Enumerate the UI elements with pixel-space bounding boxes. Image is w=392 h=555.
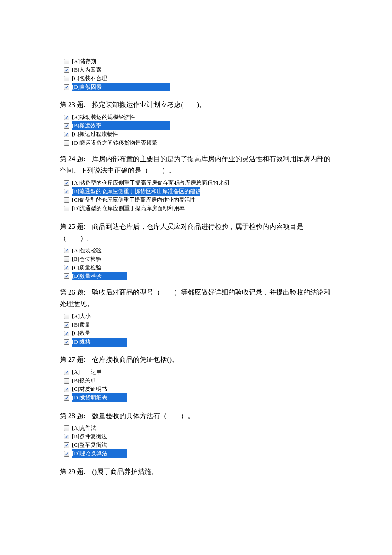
q24-option-c[interactable]: [C]储备型的仓库应侧重于提高库房内作业的灵活性 bbox=[64, 196, 332, 205]
q27-options: [A] 运单 [B]报关单 [C]材质证明书 [D]发货明细表 bbox=[64, 368, 332, 402]
checkbox-icon[interactable] bbox=[64, 248, 69, 253]
checkbox-icon[interactable] bbox=[64, 132, 69, 137]
option-label: [A]储存期 bbox=[72, 57, 96, 66]
q28-options: [A]点件法 [B]点件复衡法 [C]整车复衡法 [D]理论换算法 bbox=[64, 424, 332, 458]
checkbox-icon[interactable] bbox=[64, 265, 69, 270]
checkbox-icon[interactable] bbox=[64, 67, 69, 73]
q26-options: [A]大小 [B]质量 [C]数量 [D]规格 bbox=[64, 312, 332, 346]
checkbox-icon[interactable] bbox=[64, 425, 69, 431]
q25-option-a[interactable]: [A]包装检验 bbox=[64, 246, 332, 255]
q26-option-a[interactable]: [A]大小 bbox=[64, 312, 332, 321]
q24-option-a[interactable]: [A]储备型的仓库应侧重于提高库房储存面积占库房总面积的比例 bbox=[64, 179, 332, 188]
checkbox-icon[interactable] bbox=[64, 273, 69, 279]
option-label: [C]储备型的仓库应侧重于提高库房内作业的灵活性 bbox=[72, 196, 196, 205]
checkbox-icon[interactable] bbox=[64, 331, 69, 336]
option-label: [A]大小 bbox=[72, 312, 91, 321]
option-label: [A] 运单 bbox=[72, 368, 102, 377]
option-label: [B]报关单 bbox=[72, 376, 96, 385]
q24-option-d[interactable]: [D]流通型的仓库应侧重于提高库房面积利用率 bbox=[64, 205, 332, 213]
q22-options: [A]储存期 [B]人为因素 [C]包装不合理 [D]自然因素 bbox=[64, 57, 332, 91]
option-label: [C]材质证明书 bbox=[72, 385, 107, 394]
checkbox-icon[interactable] bbox=[64, 123, 69, 129]
q23-text: 第 23 题: 拟定装卸搬运作业计划应考虑( )。 bbox=[60, 99, 332, 110]
option-label: [D]自然因素 bbox=[72, 83, 170, 92]
q27-option-c[interactable]: [C]材质证明书 bbox=[64, 385, 332, 394]
checkbox-icon[interactable] bbox=[64, 378, 69, 384]
q26-text: 第 26 题: 验收后对商品的型号（ ）等都应做好详细的验收记录，并提出验收的结… bbox=[60, 286, 332, 309]
option-label: [B]流通型的仓库应侧重于拣货区和出库准备区的建设 bbox=[72, 187, 200, 196]
q22-option-a[interactable]: [A]储存期 bbox=[64, 57, 332, 66]
option-label: [B]点件复衡法 bbox=[72, 432, 107, 441]
option-label: [C]质量检验 bbox=[72, 263, 101, 272]
checkbox-icon[interactable] bbox=[64, 115, 69, 120]
q25-option-d[interactable]: [D]数量检验 bbox=[64, 272, 332, 280]
checkbox-icon[interactable] bbox=[64, 180, 69, 186]
checkbox-icon[interactable] bbox=[64, 256, 69, 262]
q27-text: 第 27 题: 仓库接收商品的凭证包括()。 bbox=[60, 354, 332, 365]
option-label: [B]质量 bbox=[72, 321, 90, 330]
option-label: [B]搬运效率 bbox=[72, 121, 170, 130]
option-label: [C]整车复衡法 bbox=[72, 441, 107, 450]
checkbox-icon[interactable] bbox=[64, 322, 69, 328]
q25-text: 第 25 题: 商品到达仓库后，仓库人员应对商品进行检验，属于检验的内容项目是（… bbox=[60, 221, 332, 244]
q28-option-a[interactable]: [A]点件法 bbox=[64, 424, 332, 433]
checkbox-icon[interactable] bbox=[64, 339, 69, 345]
checkbox-icon[interactable] bbox=[64, 314, 69, 319]
checkbox-icon[interactable] bbox=[64, 206, 69, 211]
q27-option-b[interactable]: [B]报关单 bbox=[64, 377, 332, 385]
q26-option-c[interactable]: [C]数量 bbox=[64, 329, 332, 338]
option-label: [C]搬运过程流畅性 bbox=[72, 130, 118, 139]
q28-option-b[interactable]: [B]点件复衡法 bbox=[64, 433, 332, 441]
checkbox-icon[interactable] bbox=[64, 84, 69, 90]
option-label: [A]储备型的仓库应侧重于提高库房储存面积占库房总面积的比例 bbox=[72, 179, 229, 188]
q28-text: 第 28 题: 数量验收的具体方法有（ ）。 bbox=[60, 410, 332, 422]
q26-option-d[interactable]: [D]规格 bbox=[64, 338, 332, 346]
q23-option-a[interactable]: [A]移动装运的规模经济性 bbox=[64, 113, 332, 121]
q28-option-c[interactable]: [C]整车复衡法 bbox=[64, 441, 332, 450]
q27-option-a[interactable]: [A] 运单 bbox=[64, 368, 332, 377]
checkbox-icon[interactable] bbox=[64, 434, 69, 439]
checkbox-icon[interactable] bbox=[64, 395, 69, 401]
checkbox-icon[interactable] bbox=[64, 189, 69, 194]
q26-option-b[interactable]: [B]质量 bbox=[64, 321, 332, 329]
option-label: [A]移动装运的规模经济性 bbox=[72, 113, 135, 122]
q22-option-d[interactable]: [D]自然因素 bbox=[64, 83, 332, 91]
option-label: [D]数量检验 bbox=[72, 272, 127, 281]
q22-option-b[interactable]: [B]人为因素 bbox=[64, 66, 332, 74]
q23-option-b[interactable]: [B]搬运效率 bbox=[64, 121, 332, 130]
q27-option-d[interactable]: [D]发货明细表 bbox=[64, 394, 332, 402]
checkbox-icon[interactable] bbox=[64, 76, 69, 81]
option-label: [D]搬运设备之间转移货物是否频繁 bbox=[72, 139, 157, 147]
option-label: [C]包装不合理 bbox=[72, 74, 107, 83]
q25-options: [A]包装检验 [B]仓位检验 [C]质量检验 [D]数量检验 bbox=[64, 246, 332, 280]
option-label: [D]流通型的仓库应侧重于提高库房面积利用率 bbox=[72, 204, 185, 213]
checkbox-icon[interactable] bbox=[64, 451, 69, 457]
checkbox-icon[interactable] bbox=[64, 197, 69, 203]
option-label: [A]包装检验 bbox=[72, 246, 102, 255]
q24-options: [A]储备型的仓库应侧重于提高库房储存面积占库房总面积的比例 [B]流通型的仓库… bbox=[64, 179, 332, 213]
q25-option-b[interactable]: [B]仓位检验 bbox=[64, 255, 332, 263]
q23-options: [A]移动装运的规模经济性 [B]搬运效率 [C]搬运过程流畅性 [D]搬运设备… bbox=[64, 113, 332, 147]
checkbox-icon[interactable] bbox=[64, 59, 69, 64]
checkbox-icon[interactable] bbox=[64, 442, 69, 448]
q23-option-d[interactable]: [D]搬运设备之间转移货物是否频繁 bbox=[64, 139, 332, 147]
q24-option-b[interactable]: [B]流通型的仓库应侧重于拣货区和出库准备区的建设 bbox=[64, 188, 332, 196]
option-label: [A]点件法 bbox=[72, 424, 96, 433]
option-label: [D]理论换算法 bbox=[72, 449, 127, 458]
q22-option-c[interactable]: [C]包装不合理 bbox=[64, 74, 332, 83]
option-label: [B]仓位检验 bbox=[72, 255, 101, 264]
q28-option-d[interactable]: [D]理论换算法 bbox=[64, 450, 332, 458]
option-label: [D]发货明细表 bbox=[72, 393, 127, 402]
checkbox-icon[interactable] bbox=[64, 370, 69, 375]
option-label: [B]人为因素 bbox=[72, 66, 101, 75]
q25-option-c[interactable]: [C]质量检验 bbox=[64, 263, 332, 272]
q23-option-c[interactable]: [C]搬运过程流畅性 bbox=[64, 130, 332, 139]
option-label: [D]规格 bbox=[72, 338, 127, 347]
checkbox-icon[interactable] bbox=[64, 140, 69, 146]
checkbox-icon[interactable] bbox=[64, 387, 69, 392]
q24-text: 第 24 题: 库房内部布置的主要目的是为了提高库房内作业的灵活性和有效利用库房… bbox=[60, 153, 332, 176]
option-label: [C]数量 bbox=[72, 329, 90, 338]
q29-text: 第 29 题: ()属于商品养护措施。 bbox=[60, 466, 332, 477]
